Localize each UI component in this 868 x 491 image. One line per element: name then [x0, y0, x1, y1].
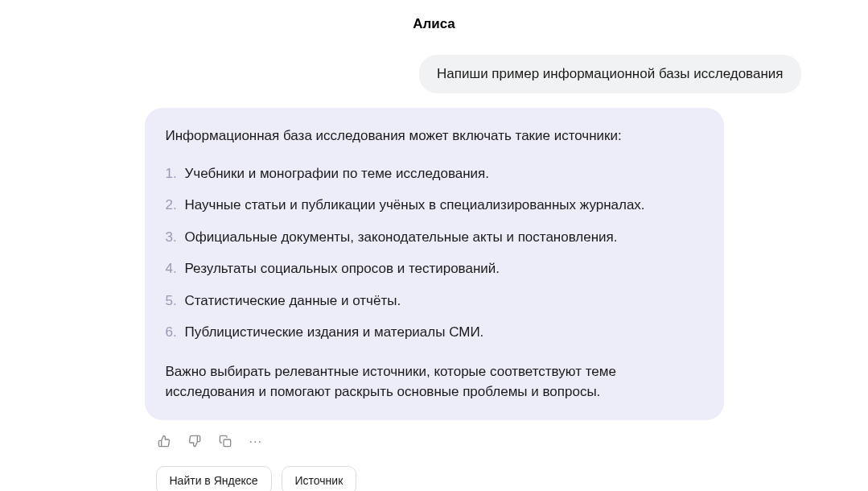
- more-icon: ···: [249, 435, 262, 448]
- assistant-message: Информационная база исследования может в…: [145, 108, 724, 420]
- copy-icon: [219, 435, 232, 450]
- user-message-row: Напиши пример информационной базы исслед…: [64, 55, 804, 93]
- assistant-outro: Важно выбирать релевантные источники, ко…: [166, 361, 703, 402]
- list-item: Результаты социальных опросов и тестиров…: [166, 253, 703, 285]
- yandex-search-button[interactable]: Найти в Яндексе: [156, 466, 272, 492]
- thumbs-down-icon: [188, 435, 201, 450]
- assistant-list: Учебники и монографии по теме исследован…: [166, 158, 703, 349]
- list-item: Статистические данные и отчёты.: [166, 285, 703, 317]
- list-item: Научные статьи и публикации учёных в спе…: [166, 189, 703, 221]
- thumbs-up-button[interactable]: [156, 433, 172, 452]
- list-item: Учебники и монографии по теме исследован…: [166, 158, 703, 190]
- list-item: Публицистические издания и материалы СМИ…: [166, 316, 703, 349]
- page-title: Алиса: [64, 16, 804, 32]
- source-button[interactable]: Источник: [282, 466, 357, 492]
- message-actions: ···: [156, 433, 804, 452]
- thumbs-up-icon: [158, 435, 171, 450]
- copy-button[interactable]: [217, 433, 233, 452]
- user-message: Напиши пример информационной базы исслед…: [419, 55, 800, 93]
- more-button[interactable]: ···: [248, 434, 264, 450]
- thumbs-down-button[interactable]: [187, 433, 203, 452]
- list-item: Официальные документы, законодательные а…: [166, 221, 703, 254]
- svg-rect-0: [224, 439, 231, 447]
- assistant-intro: Информационная база исследования может в…: [166, 126, 703, 146]
- suggestion-buttons: Найти в Яндексе Источник: [156, 466, 804, 492]
